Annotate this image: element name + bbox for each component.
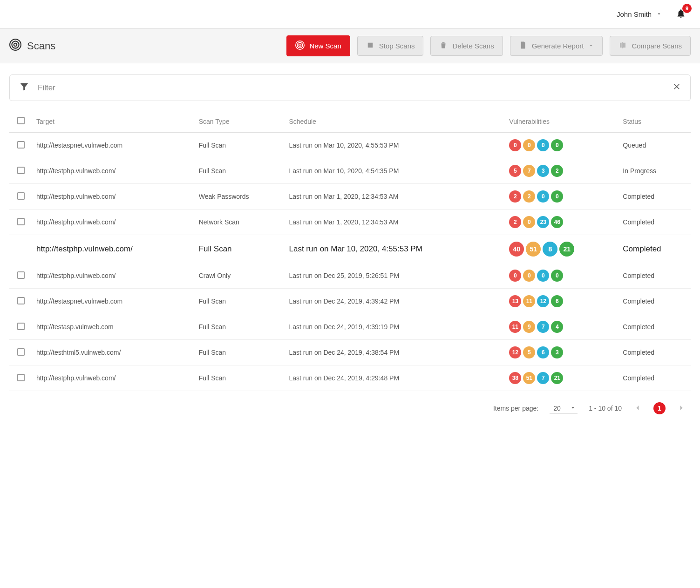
select-all-checkbox[interactable] [17,117,25,124]
vuln-badge: 5 [509,165,521,177]
document-icon [519,41,527,51]
table-row[interactable]: http://testphp.vulnweb.com/Full ScanLast… [9,235,691,264]
vuln-badge: 9 [523,321,535,333]
col-status[interactable]: Status [619,110,691,133]
cell-target[interactable]: http://testhtml5.vulnweb.com/ [33,340,195,365]
vuln-badge: 46 [551,216,563,228]
cell-target[interactable]: http://testphp.vulnweb.com/ [33,263,195,289]
bell-icon [676,13,686,20]
cell-target[interactable]: http://testphp.vulnweb.com/ [33,235,195,264]
row-checkbox[interactable] [17,297,25,304]
cell-vulnerabilities: 2200 [505,184,619,210]
page-range: 1 - 10 of 10 [589,405,622,412]
generate-report-label: Generate Report [532,42,584,50]
cell-status: Completed [619,263,691,289]
vuln-badge: 12 [537,295,549,307]
cell-target[interactable]: http://testaspnet.vulnweb.com [33,289,195,314]
cell-target[interactable]: http://testasp.vulnweb.com [33,314,195,340]
row-checkbox[interactable] [17,374,25,381]
new-scan-button[interactable]: New Scan [286,35,350,56]
table-row[interactable]: http://testasp.vulnweb.comFull ScanLast … [9,314,691,340]
table-row[interactable]: http://testhtml5.vulnweb.com/Full ScanLa… [9,340,691,365]
cell-scan-type: Full Scan [195,365,285,391]
row-checkbox[interactable] [17,141,25,149]
col-target[interactable]: Target [33,110,195,133]
items-per-page-select[interactable]: 20 [550,404,578,413]
row-checkbox[interactable] [17,348,25,356]
next-page-button[interactable] [677,403,686,414]
target-icon [295,41,305,51]
svg-rect-6 [368,43,373,48]
cell-status: Completed [619,289,691,314]
vuln-badge: 0 [537,190,549,203]
delete-scans-button[interactable]: Delete Scans [430,36,503,56]
notifications-button[interactable]: 9 [676,8,686,20]
vuln-badge: 8 [543,242,557,257]
target-icon [9,39,21,54]
filter-bar[interactable]: Filter [9,74,691,101]
compare-scans-button[interactable]: Compare Scans [610,36,691,56]
vuln-badge: 6 [537,346,549,358]
row-checkbox[interactable] [17,218,25,225]
vuln-badge: 4 [551,321,563,333]
trash-icon [439,41,448,51]
vuln-badge: 0 [509,270,521,282]
vuln-badge: 21 [551,372,563,384]
vuln-badge: 0 [509,139,521,151]
svg-point-3 [299,44,301,47]
cell-status: Completed [619,314,691,340]
col-scan-type[interactable]: Scan Type [195,110,285,133]
vuln-badge: 21 [559,242,574,257]
vuln-badge: 0 [537,139,549,151]
vuln-badge: 7 [523,165,535,177]
generate-report-button[interactable]: Generate Report [510,36,603,56]
cell-target[interactable]: http://testaspnet.vulnweb.com [33,133,195,158]
close-icon[interactable] [673,82,681,93]
cell-target[interactable]: http://testphp.vulnweb.com/ [33,210,195,235]
cell-schedule: Last run on Mar 10, 2020, 4:55:53 PM [285,235,505,264]
table-row[interactable]: http://testphp.vulnweb.com/Network ScanL… [9,210,691,235]
cell-target[interactable]: http://testphp.vulnweb.com/ [33,184,195,210]
cell-vulnerabilities: 11974 [505,314,619,340]
table-row[interactable]: http://testaspnet.vulnweb.comFull ScanLa… [9,289,691,314]
vuln-badge: 12 [509,346,521,358]
row-checkbox[interactable] [17,271,25,279]
cell-status: Queued [619,133,691,158]
row-checkbox[interactable] [17,323,25,330]
cell-scan-type: Full Scan [195,133,285,158]
delete-scans-label: Delete Scans [452,42,494,50]
prev-page-button[interactable] [633,403,642,414]
row-checkbox[interactable] [17,192,25,200]
stop-icon [366,41,374,51]
table-row[interactable]: http://testphp.vulnweb.com/Weak Password… [9,184,691,210]
vuln-badge: 0 [523,270,535,282]
table-row[interactable]: http://testphp.vulnweb.com/Crawl OnlyLas… [9,263,691,289]
cell-scan-type: Full Scan [195,340,285,365]
compare-icon [618,41,627,51]
cell-scan-type: Full Scan [195,158,285,184]
cell-scan-type: Network Scan [195,210,285,235]
vuln-badge: 51 [526,242,541,257]
cell-target[interactable]: http://testphp.vulnweb.com/ [33,365,195,391]
table-row[interactable]: http://testaspnet.vulnweb.comFull ScanLa… [9,133,691,158]
table-row[interactable]: http://testphp.vulnweb.com/Full ScanLast… [9,158,691,184]
cell-schedule: Last run on Dec 25, 2019, 5:26:51 PM [285,263,505,289]
col-schedule[interactable]: Schedule [285,110,505,133]
col-vulnerabilities[interactable]: Vulnerabilities [505,110,619,133]
stop-scans-button[interactable]: Stop Scans [357,36,424,56]
cell-schedule: Last run on Dec 24, 2019, 4:39:42 PM [285,289,505,314]
cell-status: Completed [619,184,691,210]
user-menu[interactable]: John Smith [617,10,662,18]
chevron-down-icon [588,42,594,50]
vuln-badge: 13 [509,295,521,307]
table-row[interactable]: http://testphp.vulnweb.com/Full ScanLast… [9,365,691,391]
vuln-badge: 0 [523,216,535,228]
cell-target[interactable]: http://testphp.vulnweb.com/ [33,158,195,184]
vuln-badge: 5 [523,346,535,358]
row-checkbox[interactable] [17,167,25,174]
vuln-badge: 11 [509,321,521,333]
cell-status: Completed [619,365,691,391]
chevron-down-icon [656,10,662,18]
cell-status: In Progress [619,158,691,184]
current-page[interactable]: 1 [653,402,666,414]
